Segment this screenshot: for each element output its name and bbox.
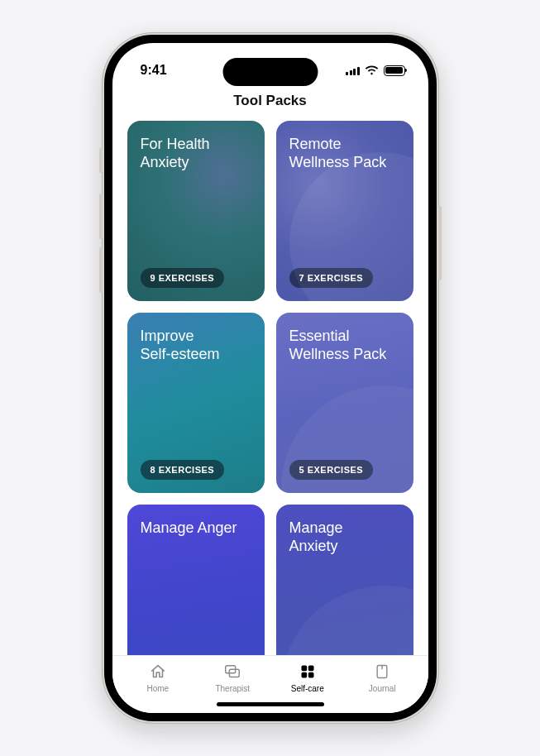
chat-icon bbox=[223, 663, 241, 681]
pack-card-health-anxiety[interactable]: For Health Anxiety 9 EXERCISES bbox=[127, 121, 265, 301]
tab-label: Therapist bbox=[215, 684, 250, 693]
tab-label: Home bbox=[146, 684, 169, 693]
dynamic-island bbox=[222, 58, 318, 86]
pack-card-remote-wellness[interactable]: Remote Wellness Pack 7 EXERCISES bbox=[276, 121, 413, 301]
pack-card-manage-anger[interactable]: Manage Anger bbox=[127, 505, 265, 655]
svg-rect-5 bbox=[308, 672, 314, 678]
pack-title: Remote Wellness Pack bbox=[289, 136, 400, 171]
pack-badge: 8 EXERCISES bbox=[141, 460, 225, 480]
tab-home[interactable]: Home bbox=[129, 663, 187, 693]
power-button bbox=[438, 206, 442, 280]
stage: 9:41 Tool Packs bbox=[0, 0, 540, 756]
pack-grid: For Health Anxiety 9 EXERCISES Remote We… bbox=[127, 121, 413, 655]
home-icon bbox=[149, 663, 167, 681]
cellular-icon bbox=[346, 65, 360, 75]
volume-down-button bbox=[99, 247, 103, 293]
silence-switch bbox=[99, 148, 103, 173]
wifi-icon bbox=[365, 65, 379, 75]
journal-icon bbox=[373, 663, 391, 681]
tab-journal[interactable]: Journal bbox=[353, 663, 411, 693]
pack-card-manage-anxiety[interactable]: Manage Anxiety bbox=[276, 505, 413, 655]
pack-title: For Health Anxiety bbox=[141, 136, 251, 171]
pack-badge: 7 EXERCISES bbox=[289, 268, 374, 288]
phone-screen: 9:41 Tool Packs bbox=[112, 43, 428, 713]
volume-up-button bbox=[99, 194, 103, 239]
tab-label: Journal bbox=[369, 684, 396, 693]
pack-card-essential-wellness[interactable]: Essential Wellness Pack 5 EXERCISES bbox=[276, 313, 413, 493]
svg-rect-3 bbox=[308, 666, 314, 672]
status-indicators bbox=[346, 65, 405, 76]
tab-label: Self-care bbox=[291, 684, 324, 693]
pack-title: Manage Anger bbox=[141, 519, 251, 538]
tab-therapist[interactable]: Therapist bbox=[203, 663, 261, 693]
phone-bezel: 9:41 Tool Packs bbox=[104, 35, 437, 721]
home-indicator[interactable] bbox=[217, 702, 324, 706]
status-time: 9:41 bbox=[141, 63, 167, 78]
pack-card-self-esteem[interactable]: Improve Self-esteem 8 EXERCISES bbox=[127, 313, 265, 493]
pack-badge: 5 EXERCISES bbox=[289, 460, 374, 480]
tab-self-care[interactable]: Self-care bbox=[279, 663, 337, 693]
grid-icon bbox=[299, 663, 317, 681]
phone-frame: 9:41 Tool Packs bbox=[102, 32, 439, 724]
content-area[interactable]: For Health Anxiety 9 EXERCISES Remote We… bbox=[112, 121, 428, 655]
pack-title: Manage Anxiety bbox=[289, 519, 400, 555]
svg-rect-4 bbox=[301, 672, 307, 678]
svg-rect-2 bbox=[301, 666, 307, 672]
pack-title: Improve Self-esteem bbox=[141, 328, 251, 363]
page-title: Tool Packs bbox=[112, 89, 428, 121]
pack-badge: 9 EXERCISES bbox=[141, 268, 225, 288]
battery-icon bbox=[384, 65, 405, 76]
pack-title: Essential Wellness Pack bbox=[289, 328, 400, 363]
